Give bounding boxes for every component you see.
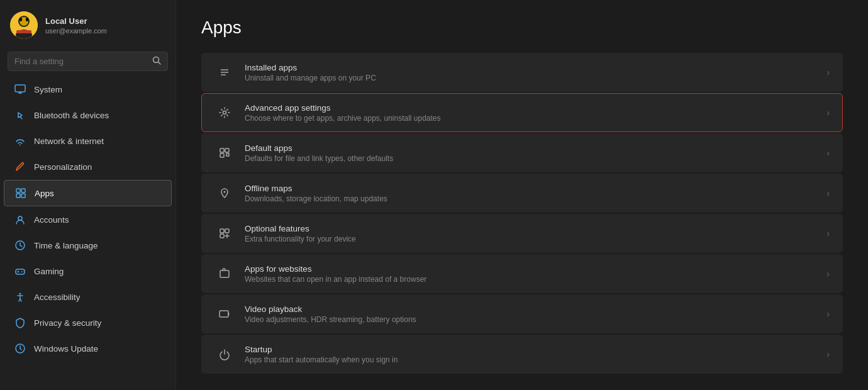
svg-point-33 — [224, 191, 226, 193]
bluetooth-icon — [14, 109, 26, 121]
item-desc-optional-features: Extra functionality for your device — [245, 235, 816, 243]
svg-rect-9 — [15, 85, 25, 92]
page-title: Apps — [201, 18, 843, 38]
svg-rect-5 — [26, 18, 28, 21]
settings-item-apps-for-websites[interactable]: Apps for websites Websites that can open… — [201, 254, 843, 293]
apps-for-websites-icon — [214, 264, 235, 284]
advanced-app-settings-icon — [214, 103, 235, 123]
sidebar-item-personalization[interactable]: Personalization — [4, 154, 172, 179]
item-text-advanced-app-settings: Advanced app settings Choose where to ge… — [245, 103, 816, 123]
item-text-optional-features: Optional features Extra functionality fo… — [245, 224, 816, 243]
personalization-icon — [14, 160, 26, 173]
sidebar-item-bluetooth[interactable]: Bluetooth & devices — [4, 103, 172, 128]
settings-list: Installed apps Uninstall and manage apps… — [201, 53, 843, 374]
sidebar-item-time[interactable]: Time & language — [4, 233, 172, 258]
sidebar-item-apps[interactable]: Apps — [4, 180, 172, 206]
item-desc-installed-apps: Uninstall and manage apps on your PC — [245, 74, 816, 82]
user-email: user@example.com — [45, 27, 107, 35]
sidebar-label-accessibility: Accessibility — [34, 292, 81, 302]
chevron-icon-offline-maps: › — [826, 188, 830, 198]
settings-item-advanced-app-settings[interactable]: Advanced app settings Choose where to ge… — [201, 93, 843, 132]
svg-rect-14 — [21, 189, 25, 192]
settings-item-installed-apps[interactable]: Installed apps Uninstall and manage apps… — [201, 53, 843, 92]
item-title-video-playback: Video playback — [245, 304, 816, 314]
item-desc-advanced-app-settings: Choose where to get apps, archive apps, … — [245, 114, 816, 123]
chevron-icon-optional-features: › — [826, 228, 830, 238]
svg-point-12 — [19, 145, 21, 146]
chevron-icon-default-apps: › — [826, 148, 830, 158]
user-info: Local User user@example.com — [45, 16, 107, 35]
network-icon — [14, 135, 26, 147]
search-input[interactable] — [14, 57, 147, 66]
system-icon — [14, 83, 26, 96]
svg-rect-39 — [220, 270, 229, 277]
svg-rect-36 — [220, 234, 224, 238]
sidebar-label-gaming: Gaming — [34, 267, 64, 276]
optional-features-icon — [214, 223, 235, 243]
sidebar-item-accounts[interactable]: Accounts — [4, 207, 172, 232]
default-apps-icon — [214, 143, 235, 163]
main-content: Apps Installed apps Uninstall and manage… — [176, 0, 868, 390]
apps-icon — [14, 187, 27, 199]
sidebar-item-privacy[interactable]: Privacy & security — [4, 310, 172, 335]
avatar — [10, 11, 38, 39]
svg-rect-19 — [16, 269, 25, 274]
search-icon — [152, 56, 161, 67]
sidebar-item-system[interactable]: System — [4, 77, 172, 102]
sidebar-item-accessibility[interactable]: Accessibility — [4, 284, 172, 309]
chevron-icon-installed-apps: › — [826, 67, 830, 77]
item-desc-default-apps: Defaults for file and link types, other … — [245, 154, 816, 163]
item-desc-video-playback: Video adjustments, HDR streaming, batter… — [245, 315, 816, 324]
svg-rect-31 — [225, 148, 229, 152]
chevron-icon-advanced-app-settings: › — [826, 108, 830, 118]
privacy-icon — [14, 316, 26, 329]
svg-rect-13 — [16, 189, 20, 192]
sidebar-label-network: Network & internet — [34, 136, 104, 146]
svg-rect-4 — [19, 18, 22, 21]
svg-line-8 — [159, 62, 161, 65]
installed-apps-icon — [214, 62, 235, 82]
sidebar-label-apps: Apps — [35, 189, 54, 198]
item-desc-apps-for-websites: Websites that can open in an app instead… — [245, 275, 816, 284]
sidebar-label-accounts: Accounts — [34, 215, 69, 225]
settings-item-optional-features[interactable]: Optional features Extra functionality fo… — [201, 214, 843, 253]
item-text-startup: Startup Apps that start automatically wh… — [245, 345, 816, 364]
chevron-icon-startup: › — [826, 349, 830, 359]
item-title-offline-maps: Offline maps — [245, 184, 816, 193]
sidebar-label-privacy: Privacy & security — [34, 318, 101, 328]
time-icon — [14, 239, 26, 252]
user-name: Local User — [45, 16, 107, 26]
settings-item-video-playback[interactable]: Video playback Video adjustments, HDR st… — [201, 294, 843, 333]
settings-item-offline-maps[interactable]: Offline maps Downloads, storage location… — [201, 174, 843, 213]
user-section: Local User user@example.com — [0, 0, 175, 49]
svg-rect-35 — [225, 229, 229, 233]
svg-rect-6 — [16, 30, 31, 33]
settings-item-startup[interactable]: Startup Apps that start automatically wh… — [201, 335, 843, 374]
svg-rect-16 — [21, 194, 25, 198]
sidebar-item-network[interactable]: Network & internet — [4, 128, 172, 153]
sidebar-item-gaming[interactable]: Gaming — [4, 259, 172, 284]
item-desc-offline-maps: Downloads, storage location, map updates — [245, 194, 816, 203]
svg-point-23 — [21, 271, 23, 272]
sidebar-label-windows-update: Windows Update — [34, 344, 98, 354]
sidebar-label-bluetooth: Bluetooth & devices — [34, 111, 109, 120]
item-text-default-apps: Default apps Defaults for file and link … — [245, 143, 816, 163]
sidebar-item-windows-update[interactable]: Windows Update — [4, 336, 172, 361]
sidebar-label-time: Time & language — [34, 241, 98, 250]
svg-rect-34 — [220, 229, 224, 233]
sidebar-label-personalization: Personalization — [34, 162, 92, 172]
video-playback-icon — [214, 304, 235, 324]
offline-maps-icon — [214, 183, 235, 203]
settings-item-default-apps[interactable]: Default apps Defaults for file and link … — [201, 133, 843, 172]
chevron-icon-apps-for-websites: › — [826, 269, 830, 279]
accessibility-icon — [14, 291, 26, 303]
startup-icon — [214, 344, 235, 364]
sidebar: Local User user@example.com System Bluet… — [0, 0, 176, 390]
accounts-icon — [14, 213, 26, 226]
windows-update-icon — [14, 342, 26, 355]
item-title-default-apps: Default apps — [245, 143, 816, 153]
item-title-startup: Startup — [245, 345, 816, 354]
nav-items: System Bluetooth & devices Network & int… — [0, 76, 175, 362]
search-box[interactable] — [8, 52, 168, 71]
item-title-apps-for-websites: Apps for websites — [245, 264, 816, 274]
